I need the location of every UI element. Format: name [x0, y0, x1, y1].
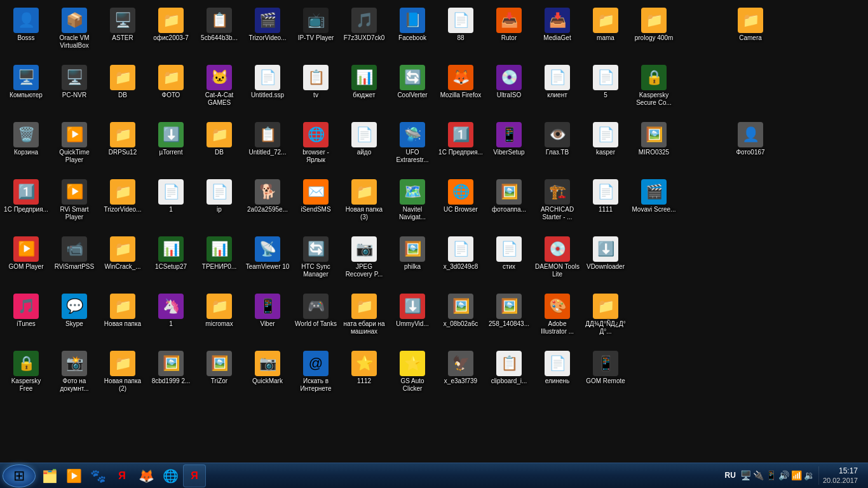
desktop-icon-3-9[interactable]: 🌐UC Browser	[437, 177, 484, 233]
desktop-icon-3-7[interactable]: 📁Новая папка (3)	[341, 177, 388, 233]
desktop-icon-4-2[interactable]: 📁WinCrack_...	[99, 234, 146, 290]
desktop-icon-3-1[interactable]: ▶️RVi Smart Player	[51, 177, 98, 233]
desktop-icon-5-8[interactable]: ⬇️UmmyVid...	[389, 291, 436, 347]
desktop-icon-3-2[interactable]: 📁TrizorVideo...	[99, 177, 146, 233]
desktop-icon-2-7[interactable]: 📄айдо	[341, 119, 388, 175]
desktop-icon-4-8[interactable]: 🖼️philka	[389, 234, 436, 290]
desktop-icon-4-0[interactable]: ▶️GOM Player	[3, 234, 50, 290]
desktop-icon-0-5[interactable]: 🎬TrizorVideo...	[244, 5, 291, 61]
desktop-icon-2-8[interactable]: 🛸UFO Extrarestr...	[389, 119, 436, 175]
desktop-icon-1-1[interactable]: 🖥️PC-NVR	[51, 62, 98, 118]
desktop-icon-4-11[interactable]: 💿DAEMON Tools Lite	[534, 234, 581, 290]
desktop-icon-5-7[interactable]: 📁ната ебари на машинах	[341, 291, 388, 347]
desktop-icon-1-10[interactable]: 💿UltraISO	[485, 62, 532, 118]
taskbar-yandex[interactable]: Я	[111, 464, 133, 487]
desktop-icon-3-10[interactable]: 🖼️фотоаппа...	[485, 177, 532, 233]
desktop-icon-2-0[interactable]: 🗑️Корзина	[3, 119, 50, 175]
desktop-icon-3-4[interactable]: 📄ip	[196, 177, 243, 233]
desktop-icon-2-12[interactable]: 📄kasper	[582, 119, 629, 175]
taskbar-yandex-browser[interactable]: Я	[183, 464, 206, 487]
desktop-icon-3-11[interactable]: 🏗️ARCHICAD Starter - ...	[534, 177, 581, 233]
desktop-icon-5-12[interactable]: 📁ДД¾Д°ÑД¿Д°Д°...	[582, 291, 629, 347]
desktop-icon-0-7[interactable]: 🎵F7z3UXD7ck0	[341, 5, 388, 61]
taskbar-ucbrowser[interactable]: 🌐	[159, 464, 182, 487]
desktop-icon-0-10[interactable]: 📥Rutor	[485, 5, 532, 61]
desktop-icon-0-11[interactable]: 📥MediaGet	[534, 5, 581, 61]
desktop-icon-4-1[interactable]: 📹RViSmartPSS	[51, 234, 98, 290]
desktop-icon-2-3[interactable]: ⬇️µTorrent	[147, 119, 194, 175]
desktop-icon-2-11[interactable]: 👁️Глаз.ТВ	[534, 119, 581, 175]
desktop-icon-5-6[interactable]: 🎮World of Tanks	[292, 291, 339, 347]
desktop-icon-0-15[interactable]: 📁Camera	[727, 5, 774, 61]
desktop-icon-3-8[interactable]: 🗺️Navitel Navigat...	[389, 177, 436, 233]
desktop-icon-3-12[interactable]: 📄1111	[582, 177, 629, 233]
desktop-icon-4-12[interactable]: ⬇️VDownloader	[582, 234, 629, 290]
desktop-icon-4-5[interactable]: 📡TeamViewer 10	[244, 234, 291, 290]
desktop-icon-6-4[interactable]: 🖼️TriZor	[196, 348, 243, 404]
desktop-icon-3-3[interactable]: 📄1	[147, 177, 194, 233]
desktop-icon-6-3[interactable]: 🖼️8cbd1999 2...	[147, 348, 194, 404]
desktop-icon-4-4[interactable]: 📊ТРЕНИР0...	[196, 234, 243, 290]
desktop-icon-3-13[interactable]: 🎬Movavi Scree...	[630, 177, 677, 233]
desktop-icon-0-12[interactable]: 📁mama	[582, 5, 629, 61]
desktop-icon-6-6[interactable]: @Искать в Интернете	[292, 348, 339, 404]
desktop-icon-5-10[interactable]: 🖼️258_140843...	[485, 291, 532, 347]
taskbar-firefox[interactable]: 🦊	[135, 464, 158, 487]
desktop-icon-0-6[interactable]: 📺IP-TV Player	[292, 5, 339, 61]
desktop-icon-0-4[interactable]: 📋5cb644b3b...	[196, 5, 243, 61]
taskbar-mediaplayer[interactable]: ▶️	[62, 464, 85, 487]
desktop-icon-2-4[interactable]: 📁DB	[196, 119, 243, 175]
desktop-icon-6-5[interactable]: 📷QuickMark	[244, 348, 291, 404]
desktop-icon-0-1[interactable]: 📦Oracle VM VirtualBox	[51, 5, 98, 61]
desktop-icon-5-0[interactable]: 🎵iTunes	[3, 291, 50, 347]
desktop-icon-1-13[interactable]: 🔒Kaspersky Secure Co...	[630, 62, 677, 118]
desktop-icon-1-4[interactable]: 🐱Cat-A-Cat GAMES	[196, 62, 243, 118]
desktop-icon-2-15[interactable]: 👤Фото0167	[727, 119, 774, 175]
desktop-icon-4-6[interactable]: 🔄HTC Sync Manager	[292, 234, 339, 290]
desktop-icon-5-5[interactable]: 📱Viber	[244, 291, 291, 347]
desktop-icon-1-7[interactable]: 📊бюджет	[341, 62, 388, 118]
desktop-icon-5-4[interactable]: 📁micromax	[196, 291, 243, 347]
desktop-icon-0-3[interactable]: 📁офис2003-7	[147, 5, 194, 61]
desktop-icon-6-9[interactable]: 🦅x_e3a3f739	[437, 348, 484, 404]
desktop-icon-0-0[interactable]: 👤Bosss	[3, 5, 50, 61]
desktop-icon-6-10[interactable]: 📋clipboard_i...	[485, 348, 532, 404]
desktop-icon-1-12[interactable]: 📄5	[582, 62, 629, 118]
desktop-icon-6-8[interactable]: ⭐GS Auto Clicker	[389, 348, 436, 404]
taskbar-gomplayer[interactable]: 🐾	[86, 464, 109, 487]
desktop-icon-2-6[interactable]: 🌐browser - Ярлык	[292, 119, 339, 175]
desktop-icon-2-5[interactable]: 📋Untitled_72...	[244, 119, 291, 175]
desktop-icon-5-2[interactable]: 📁Новая папка	[99, 291, 146, 347]
desktop-icon-0-8[interactable]: 📘Facebook	[389, 5, 436, 61]
desktop-icon-1-3[interactable]: 📁ФОТО	[147, 62, 194, 118]
desktop-icon-6-2[interactable]: 📁Новая папка (2)	[99, 348, 146, 404]
desktop-icon-5-9[interactable]: 🖼️x_08b02a6c	[437, 291, 484, 347]
desktop-icon-5-1[interactable]: 💬Skype	[51, 291, 98, 347]
desktop-icon-6-12[interactable]: 📱GOM Remote	[582, 348, 629, 404]
taskbar-explorer[interactable]: 🗂️	[38, 464, 61, 487]
desktop-icon-2-10[interactable]: 📱ViberSetup	[485, 119, 532, 175]
desktop-icon-2-9[interactable]: 1️⃣1С Предприя...	[437, 119, 484, 175]
desktop-icon-1-11[interactable]: 📄клиент	[534, 62, 581, 118]
desktop-icon-6-1[interactable]: 📸Фото на докумнт...	[51, 348, 98, 404]
desktop-icon-6-0[interactable]: 🔒Kaspersky Free	[3, 348, 50, 404]
desktop-icon-3-5[interactable]: 🐕2a02a2595e...	[244, 177, 291, 233]
desktop-icon-5-3[interactable]: 🦄1	[147, 291, 194, 347]
desktop-icon-1-8[interactable]: 🔄CoolVerter	[389, 62, 436, 118]
desktop-icon-3-6[interactable]: ✉️iSendSMS	[292, 177, 339, 233]
desktop-icon-1-5[interactable]: 📄Untitled.ssp	[244, 62, 291, 118]
desktop-icon-1-6[interactable]: 📋tv	[292, 62, 339, 118]
desktop-icon-6-11[interactable]: 📄елинень	[534, 348, 581, 404]
desktop-icon-4-7[interactable]: 📷JPEG Recovery P...	[341, 234, 388, 290]
desktop-icon-3-0[interactable]: 1️⃣1С Предприя...	[3, 177, 50, 233]
desktop-icon-4-10[interactable]: 📄стих	[485, 234, 532, 290]
desktop-icon-2-13[interactable]: 🖼️MIRO0325	[630, 119, 677, 175]
desktop-icon-1-0[interactable]: 🖥️Компьютер	[3, 62, 50, 118]
desktop-icon-4-3[interactable]: 📊1CSetup27	[147, 234, 194, 290]
desktop-icon-2-2[interactable]: 📁DRPSu12	[99, 119, 146, 175]
desktop-icon-0-2[interactable]: 🖥️ASTER	[99, 5, 146, 61]
desktop-icon-5-11[interactable]: 🎨Adobe Illustrator ...	[534, 291, 581, 347]
taskbar-clock[interactable]: 15:17 20.02.2017	[818, 466, 862, 485]
desktop-icon-0-13[interactable]: 📁prology 400m	[630, 5, 677, 61]
desktop-icon-1-9[interactable]: 🦊Mozilla Firefox	[437, 62, 484, 118]
